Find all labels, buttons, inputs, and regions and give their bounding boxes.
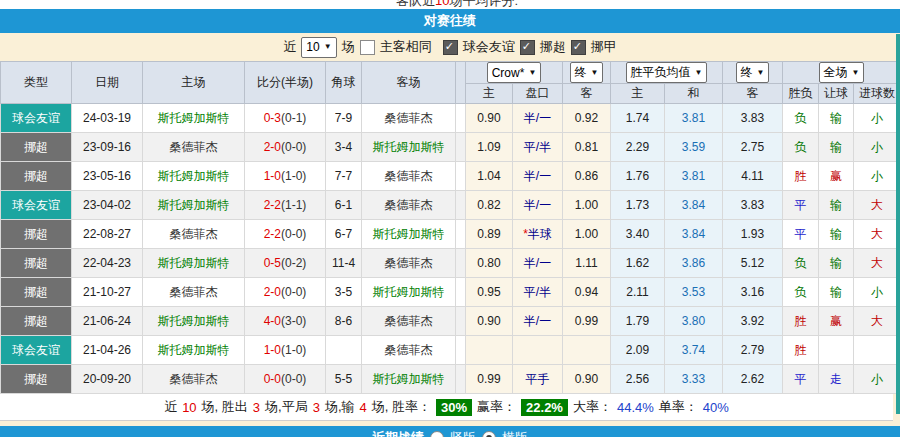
odds-handicap: 半/一 — [513, 162, 563, 191]
filter-bar: 近 10 ▼ 场 主客相同 球会友谊 挪超 挪甲 — [0, 33, 900, 61]
same-venue-label: 主客相同 — [380, 38, 432, 56]
chevron-down-icon: ▼ — [528, 69, 536, 77]
horizontal-layout-radio[interactable] — [482, 431, 496, 437]
avg-draw: 3.81 — [665, 162, 723, 191]
half-time-score: (0-1) — [281, 111, 306, 125]
handicap-result-cell — [819, 336, 854, 365]
odds-away: 0.94 — [563, 278, 611, 307]
home-team: 斯托姆加斯特 — [143, 104, 245, 133]
avg-draw: 3.80 — [665, 307, 723, 336]
table-row: 挪超 23-05-16 斯托姆加斯特 1-0(1-0) 7-7 桑德菲杰 1.0… — [1, 162, 900, 191]
score-cell: 2-2(1-1) — [245, 191, 326, 220]
result-cell: 胜 — [783, 336, 819, 365]
handicap-result-cell: 输 — [819, 104, 854, 133]
table-row: 挪超 20-09-20 桑德菲杰 0-0(0-0) 5-5 斯托姆加斯特 0.9… — [1, 365, 900, 394]
home-team: 斯托姆加斯特 — [143, 249, 245, 278]
result-cell: 负 — [783, 278, 819, 307]
eliteserien-checkbox[interactable] — [520, 40, 535, 55]
handicap-result-cell: 赢 — [819, 307, 854, 336]
col-separator — [456, 62, 466, 104]
odds-time-select[interactable]: 终 ▼ — [570, 62, 604, 83]
separator-cell — [456, 220, 466, 249]
home-team: 桑德菲杰 — [143, 278, 245, 307]
match-date: 23-04-02 — [72, 191, 143, 220]
handicap-value: 平/半 — [524, 285, 551, 299]
avg-away: 2.62 — [723, 365, 783, 394]
goals-result-cell: 小 — [854, 365, 900, 394]
away-team: 桑德菲杰 — [362, 307, 456, 336]
avg-time-select[interactable]: 终 ▼ — [736, 62, 770, 83]
chevron-down-icon: ▼ — [852, 69, 860, 77]
avg-draw: 3.84 — [665, 191, 723, 220]
match-date: 23-05-16 — [72, 162, 143, 191]
score-cell: 2-0(0-0) — [245, 133, 326, 162]
avg-away: 3.83 — [723, 104, 783, 133]
corner-count: 3-5 — [326, 278, 362, 307]
losses-count: 4 — [360, 400, 367, 415]
odds-home: 0.99 — [466, 365, 513, 394]
obos-checkbox[interactable] — [571, 40, 586, 55]
away-team: 斯托姆加斯特 — [362, 365, 456, 394]
col-handicap-result: 让球 — [819, 84, 854, 104]
obos-label: 挪甲 — [591, 38, 617, 56]
table-row: 挪超 21-10-27 桑德菲杰 2-0(0-0) 3-5 斯托姆加斯特 0.9… — [1, 278, 900, 307]
avg-home: 3.40 — [611, 220, 665, 249]
avg-time-header: 终 ▼ — [723, 62, 783, 84]
avg-draw: 3.84 — [665, 220, 723, 249]
handicap-result-cell: 输 — [819, 191, 854, 220]
handicap-value: 平/半 — [524, 140, 551, 154]
separator-cell — [456, 133, 466, 162]
separator-cell — [456, 162, 466, 191]
full-time-score: 0-5 — [264, 256, 281, 270]
match-type-badge: 挪超 — [1, 307, 72, 336]
avg-home: 2.11 — [611, 278, 665, 307]
friendly-checkbox[interactable] — [443, 40, 458, 55]
match-type-badge: 球会友谊 — [1, 104, 72, 133]
avg-home: 2.56 — [611, 365, 665, 394]
match-type-badge: 挪超 — [1, 220, 72, 249]
win-rate-badge: 30% — [436, 399, 472, 416]
vertical-layout-radio[interactable] — [430, 431, 444, 437]
full-time-score: 1-0 — [264, 169, 281, 183]
corner-count: 11-4 — [326, 249, 362, 278]
wins-count: 3 — [253, 400, 260, 415]
avg-home: 1.62 — [611, 249, 665, 278]
match-date: 22-04-23 — [72, 249, 143, 278]
goals-result-cell: 小 — [854, 162, 900, 191]
avg-away: 2.79 — [723, 336, 783, 365]
same-venue-checkbox[interactable] — [360, 40, 375, 55]
home-team: 桑德菲杰 — [143, 365, 245, 394]
table-row: 球会友谊 21-04-26 斯托姆加斯特 1-0(1-0) 桑德菲杰 2.09 … — [1, 336, 900, 365]
result-cell: 负 — [783, 133, 819, 162]
match-date: 21-10-27 — [72, 278, 143, 307]
result-cell: 负 — [783, 104, 819, 133]
match-date: 23-09-16 — [72, 133, 143, 162]
odds-handicap: *半球 — [513, 220, 563, 249]
recent-results-title: 近期战绩 — [372, 429, 424, 437]
match-type-badge: 挪超 — [1, 162, 72, 191]
corner-count: 7-9 — [326, 104, 362, 133]
handicap-value: 半/一 — [524, 314, 551, 328]
handicap-value: 平手 — [526, 372, 550, 386]
result-cell: 平 — [783, 365, 819, 394]
table-row: 挪超 21-06-24 斯托姆加斯特 4-0(3-0) 8-6 桑德菲杰 0.9… — [1, 307, 900, 336]
away-team: 斯托姆加斯特 — [362, 278, 456, 307]
col-date: 日期 — [72, 62, 143, 104]
goals-result-cell — [854, 336, 900, 365]
odds-company-select[interactable]: Crow* ▼ — [487, 62, 542, 83]
avg-draw: 3.74 — [665, 336, 723, 365]
head-to-head-table: 类型 日期 主场 比分(半场) 角球 客场 Crow* ▼ 终 ▼ — [0, 61, 900, 394]
eliteserien-label: 挪超 — [540, 38, 566, 56]
chevron-down-icon: ▼ — [591, 69, 599, 77]
separator-cell — [456, 307, 466, 336]
match-date: 20-09-20 — [72, 365, 143, 394]
away-team: 桑德菲杰 — [362, 104, 456, 133]
col-result: 胜负 — [783, 84, 819, 104]
separator-cell — [456, 365, 466, 394]
odds-handicap: 平/半 — [513, 133, 563, 162]
scope-select[interactable]: 全场 ▼ — [819, 62, 865, 83]
scope-header: 全场 ▼ — [783, 62, 900, 84]
match-count-select[interactable]: 10 ▼ — [301, 37, 336, 58]
table-row: 挪超 22-08-27 桑德菲杰 2-2(0-0) 6-7 斯托姆加斯特 0.8… — [1, 220, 900, 249]
avg-select[interactable]: 胜平负均值 ▼ — [626, 62, 708, 83]
